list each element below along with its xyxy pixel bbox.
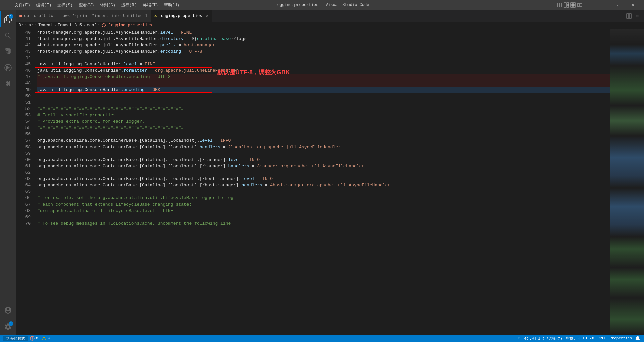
code-line-43[interactable]: 4host-manager.org.apache.juli.AsyncFileH…	[37, 48, 610, 55]
activity-search[interactable]	[0, 27, 16, 44]
activity-settings[interactable]: 1	[0, 319, 16, 335]
code-line-47[interactable]: # java.util.logging.ConsoleHandler.encod…	[37, 74, 610, 80]
more-actions-button[interactable]: ⋯	[634, 12, 641, 20]
status-errors[interactable]: 0	[29, 336, 40, 341]
status-language[interactable]: Properties	[608, 336, 633, 340]
split-editor-button[interactable]	[625, 12, 633, 20]
code-line-42[interactable]: 4host-manager.org.apache.juli.AsyncFileH…	[37, 42, 610, 48]
code-line-63[interactable]: org.apache.catalina.core.ContainerBase.[…	[37, 176, 610, 182]
activity-extensions[interactable]	[0, 76, 16, 92]
line-number-70: 70	[16, 220, 31, 227]
line-number-53: 53	[16, 112, 31, 118]
code-line-48[interactable]	[37, 80, 610, 87]
code-line-57[interactable]: org.apache.catalina.core.ContainerBase.[…	[37, 137, 610, 144]
tab-close-button[interactable]: ✕	[206, 13, 208, 19]
activity-explorer[interactable]: 1	[0, 11, 16, 27]
code-line-65[interactable]	[37, 188, 610, 195]
menu-bar: ⸻ 文件(F) 编辑(E) 选择(S) 查看(V) 转到(G) 运行(R) 终端…	[3, 2, 182, 9]
svg-rect-8	[573, 5, 575, 7]
activity-run[interactable]	[0, 60, 16, 76]
menu-goto[interactable]: 转到(G)	[97, 2, 118, 9]
line-number-56: 56	[16, 131, 31, 137]
line-numbers: 4041424344454647484950515253545556575859…	[16, 29, 35, 335]
breadcrumb-az[interactable]: az	[29, 23, 33, 28]
status-indentation[interactable]: 空格: 4	[565, 336, 581, 341]
svg-rect-12	[629, 14, 631, 18]
line-number-67: 67	[16, 201, 31, 208]
layout-icon-2[interactable]	[564, 2, 569, 8]
layout-icon-3[interactable]	[570, 2, 576, 8]
line-number-65: 65	[16, 188, 31, 195]
status-position[interactable]: 行 49，列 1 (已选择47)	[517, 336, 564, 341]
code-line-66[interactable]: # For example, set the org.apache.catali…	[37, 195, 610, 201]
code-line-62[interactable]	[37, 169, 610, 176]
restricted-mode-label: 受限模式	[10, 336, 25, 341]
close-button[interactable]: ✕	[625, 0, 641, 10]
tab-logging-properties[interactable]: ⚙ logging.properties ✕	[151, 10, 212, 22]
status-encoding[interactable]: UTF-8	[582, 336, 596, 340]
code-line-40[interactable]: 4host-manager.org.apache.juli.AsyncFileH…	[37, 29, 610, 36]
code-line-44[interactable]	[37, 55, 610, 61]
line-number-68: 68	[16, 208, 31, 214]
breadcrumb-file[interactable]: logging.properties	[109, 23, 152, 28]
vscode-logo-icon: ⸻	[3, 2, 9, 8]
activity-bar: 1	[0, 10, 16, 335]
code-line-54[interactable]: # Provides extra control for each logger…	[37, 118, 610, 125]
activity-source-control[interactable]	[0, 44, 16, 60]
code-line-46[interactable]: java.util.logging.ConsoleHandler.formatt…	[37, 67, 610, 74]
code-line-70[interactable]: # To see debug messages in TldLocationsC…	[37, 220, 610, 227]
editor-area: cat craft.txt | awk '{print "insert into…	[16, 10, 644, 335]
code-line-60[interactable]: org.apache.catalina.core.ContainerBase.[…	[37, 157, 610, 163]
breadcrumb-conf[interactable]: conf	[87, 23, 96, 28]
line-number-44: 44	[16, 55, 31, 61]
code-line-52[interactable]: ########################################…	[37, 106, 610, 112]
code-line-53[interactable]: # Facility specific properties.	[37, 112, 610, 118]
tab-cat-craft[interactable]: cat craft.txt | awk '{print "insert into…	[16, 10, 151, 22]
code-line-50[interactable]	[37, 93, 610, 99]
menu-select[interactable]: 选择(S)	[55, 2, 75, 9]
breadcrumb-tomcat85[interactable]: Tomcat 8.5	[58, 23, 82, 28]
code-line-61[interactable]: org.apache.catalina.core.ContainerBase.[…	[37, 163, 610, 169]
status-line-ending[interactable]: CRLF	[596, 336, 608, 340]
svg-rect-0	[557, 3, 559, 7]
code-line-64[interactable]: org.apache.catalina.core.ContainerBase.[…	[37, 182, 610, 188]
code-line-55[interactable]: ########################################…	[37, 125, 610, 131]
code-content[interactable]: 4host-manager.org.apache.juli.AsyncFileH…	[35, 29, 610, 335]
status-restricted-mode[interactable]: 🛡 受限模式	[3, 336, 28, 341]
layout-icon-4[interactable]	[577, 2, 582, 8]
window-title: logging.properties - Visual Studio Code	[275, 3, 369, 7]
menu-terminal[interactable]: 终端(T)	[140, 2, 161, 9]
error-count: 0	[36, 336, 38, 340]
maximize-button[interactable]: ▭	[608, 0, 624, 10]
code-line-45[interactable]: java.util.logging.ConsoleHandler.level =…	[37, 61, 610, 67]
menu-view[interactable]: 查看(V)	[76, 2, 97, 9]
code-editor[interactable]: 4041424344454647484950515253545556575859…	[16, 29, 644, 335]
menu-run[interactable]: 运行(R)	[119, 2, 140, 9]
line-number-49: 49	[16, 87, 31, 93]
code-line-58[interactable]: org.apache.catalina.core.ContainerBase.[…	[37, 144, 610, 150]
status-warnings[interactable]: 0	[40, 336, 51, 341]
code-line-56[interactable]	[37, 131, 610, 137]
layout-icon-1[interactable]	[557, 2, 562, 8]
status-notifications[interactable]	[634, 336, 641, 341]
code-line-67[interactable]: # each component that extends LifecycleB…	[37, 201, 610, 208]
breadcrumb-d[interactable]: D:	[19, 23, 23, 28]
menu-file[interactable]: 文件(F)	[12, 2, 33, 9]
window-controls: — ▭ ✕	[557, 0, 641, 10]
svg-point-20	[44, 339, 44, 340]
code-line-69[interactable]	[37, 214, 610, 220]
code-line-49[interactable]: java.util.logging.ConsoleHandler.encodin…	[37, 87, 610, 93]
code-line-68[interactable]: #org.apache.catalina.util.LifecycleBase.…	[37, 208, 610, 214]
breadcrumb-tomcat[interactable]: Tomcat	[38, 23, 53, 28]
code-line-41[interactable]: 4host-manager.org.apache.juli.AsyncFileH…	[37, 36, 610, 42]
menu-edit[interactable]: 编辑(E)	[34, 2, 54, 9]
code-line-51[interactable]	[37, 99, 610, 106]
line-number-52: 52	[16, 106, 31, 112]
activity-account[interactable]	[0, 302, 16, 319]
minimize-button[interactable]: —	[592, 0, 607, 10]
menu-help[interactable]: 帮助(H)	[161, 2, 182, 9]
svg-point-17	[32, 339, 33, 340]
line-number-60: 60	[16, 157, 31, 163]
tabs-actions: ⋯	[623, 10, 644, 22]
code-line-59[interactable]	[37, 150, 610, 157]
